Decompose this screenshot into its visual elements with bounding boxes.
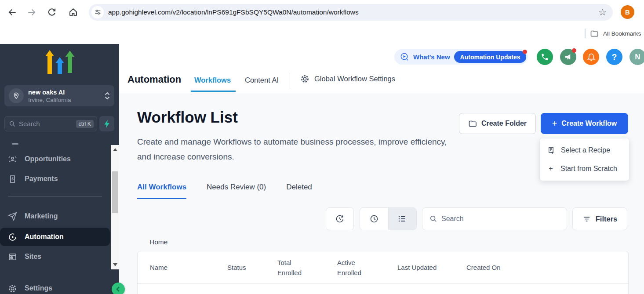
opportunities-icon [8,155,17,164]
browser-reload-icon[interactable] [47,7,57,18]
site-settings-icon[interactable] [91,6,104,18]
browser-back-icon[interactable] [7,7,18,18]
sidebar-item-label: Opportunities [25,155,71,163]
column-header-status: Status [227,264,277,271]
all-bookmarks-button[interactable]: All Bookmarks [585,29,641,38]
bookmarks-divider [585,29,586,38]
scroll-down-icon[interactable] [113,263,117,266]
announcements-button[interactable] [560,49,576,65]
url-text[interactable]: app.gohighlevel.com/v2/location/lnPS691g… [108,8,598,16]
sidebar-item-sites[interactable]: Sites [0,247,110,266]
page-description: Create and manage Workflows to automate … [137,134,450,164]
sites-icon [8,252,17,261]
workflow-table: Name Status Total Enrolled Active Enroll… [137,251,629,294]
quick-actions-button[interactable] [99,116,114,131]
tab-all-workflows[interactable]: All Workflows [137,183,186,199]
recipe-document-icon [547,146,555,155]
chevron-updown-icon [105,92,110,99]
automation-updates-badge[interactable]: Automation Updates [454,51,527,63]
location-pin-icon [9,88,24,103]
column-header-total-enrolled: Total Enrolled [277,258,337,278]
tab-workflows[interactable]: Workflows [194,76,231,84]
search-icon [9,120,16,127]
whats-new-button[interactable]: What's New Automation Updates [394,49,528,65]
global-workflow-settings-label: Global Workflow Settings [314,75,395,83]
workflow-search-box[interactable] [422,207,567,230]
active-tab-underline [191,91,236,92]
bell-icon [587,53,596,62]
create-folder-label: Create Folder [481,120,527,127]
sidebar-search-box[interactable]: ctrl K [4,116,97,131]
workflow-search-input[interactable] [441,215,567,223]
view-toggle [360,207,417,230]
sidebar-item-label: Sites [25,253,41,261]
notification-dot [572,48,576,53]
automation-updates-label: Automation Updates [460,54,520,61]
address-bar[interactable]: app.gohighlevel.com/v2/location/lnPS691g… [89,4,613,21]
table-header-row: Name Status Total Enrolled Active Enroll… [138,251,628,284]
menu-item-start-from-scratch[interactable]: + Start from Scratch [540,160,629,178]
list-icon [397,214,407,224]
marketing-icon [8,212,17,221]
bookmarks-bar: All Bookmarks [0,24,644,44]
question-mark-icon: ? [612,52,617,62]
list-view-button[interactable] [388,208,417,230]
sidebar-item-label: Marketing [25,212,58,220]
folder-icon [590,29,599,38]
sidebar-search-input[interactable] [19,120,76,127]
global-workflow-settings-link[interactable]: Global Workflow Settings [300,74,395,83]
filters-button[interactable]: Filters [572,207,627,230]
filters-label: Filters [596,215,618,223]
history-button[interactable] [326,207,354,230]
sidebar-item-payments[interactable]: $ Payments [0,170,110,188]
browser-home-icon[interactable] [68,7,78,18]
tab-needs-review[interactable]: Needs Review (0) [207,183,266,199]
column-header-active-enrolled: Active Enrolled [337,258,397,278]
automation-nav-bar: Automation Workflows Content AI Global W… [119,68,644,92]
create-workflow-label: Create Workflow [561,120,617,127]
scrolled-item-fragment [12,143,18,145]
create-folder-button[interactable]: Create Folder [459,113,536,134]
browser-profile-avatar[interactable]: B [621,5,634,19]
bookmark-star-icon[interactable]: ☆ [598,7,607,17]
announcement-icon [400,52,409,62]
help-button[interactable]: ? [606,49,622,65]
filter-icon [582,215,591,223]
workflow-content: Workflow List Create and manage Workflow… [119,93,644,294]
folder-icon [468,119,477,128]
tab-deleted[interactable]: Deleted [286,183,312,199]
column-header-last-updated: Last Updated [397,264,466,271]
sidebar-collapse-button[interactable] [112,283,125,294]
time-view-button[interactable] [360,208,388,230]
sidebar-item-settings[interactable]: Settings [0,279,110,294]
sidebar-scrollbar[interactable] [111,145,119,269]
location-switcher[interactable]: new oaks AI Irvine, California [4,85,114,106]
chevron-left-icon [115,286,121,292]
sidebar-item-marketing[interactable]: Marketing [0,207,110,225]
notifications-button[interactable] [583,49,599,65]
scrollbar-thumb[interactable] [112,171,118,213]
breadcrumb-home[interactable]: Home [149,238,167,246]
megaphone-icon [564,53,572,61]
history-icon [335,214,345,224]
phone-button[interactable] [537,49,553,65]
avatar-initial: N [635,53,640,62]
tab-content-ai[interactable]: Content AI [245,76,279,84]
location-name: new oaks AI [28,88,105,96]
sidebar-item-label: Payments [25,175,58,183]
sidebar-item-automation[interactable]: Automation [0,228,110,246]
sidebar-item-opportunities[interactable]: Opportunities [0,150,110,168]
scroll-up-icon[interactable] [113,148,117,151]
sidebar-item-label: Automation [25,233,64,241]
create-workflow-button[interactable]: + Create Workflow [541,113,628,134]
user-avatar[interactable]: N [629,49,644,65]
browser-toolbar: app.gohighlevel.com/v2/location/lnPS691g… [0,0,644,24]
gear-icon [8,284,17,293]
menu-item-select-recipe[interactable]: Select a Recipe [540,141,629,160]
browser-forward-icon[interactable] [26,7,37,18]
plus-icon: + [552,119,557,128]
svg-text:$: $ [11,177,14,181]
payments-icon: $ [8,174,17,184]
create-workflow-dropdown: Select a Recipe + Start from Scratch [540,138,629,181]
list-toolbar: Filters [119,207,644,230]
